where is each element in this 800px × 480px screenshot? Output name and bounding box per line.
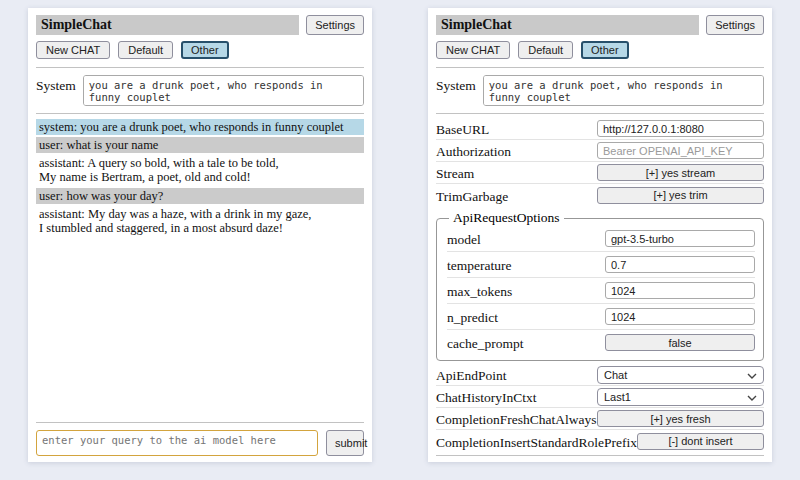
query-input[interactable]: [36, 430, 318, 456]
settings-panel: SimpleChat Settings New CHAT Default Oth…: [428, 8, 772, 462]
setting-row-max-tokens: max_tokens: [447, 278, 755, 304]
chat-message-list: system: you are a drunk poet, who respon…: [36, 119, 364, 419]
system-prompt-input[interactable]: you are a drunk poet, who responds in fu…: [483, 75, 764, 106]
session-tab-default[interactable]: Default: [118, 41, 173, 59]
chat-session-toolbar: New CHAT Default Other: [36, 41, 364, 59]
chat-panel: SimpleChat Settings New CHAT Default Oth…: [28, 8, 372, 462]
setting-row-chat-history: ChatHistoryInCtxt Last1: [436, 386, 764, 408]
system-prompt-row: System you are a drunk poet, who respond…: [36, 75, 364, 106]
settings-button[interactable]: Settings: [306, 15, 364, 35]
completion-fresh-toggle-button[interactable]: [+] yes fresh: [597, 410, 764, 427]
setting-row-authorization: Authorization: [436, 140, 764, 162]
chat-message-assistant: assistant: My day was a haze, with a dri…: [36, 206, 364, 236]
chat-session-toolbar: New CHAT Default Other: [436, 41, 764, 59]
cache-prompt-toggle-button[interactable]: false: [605, 334, 755, 351]
trimgarbage-label: TrimGarbage: [436, 186, 508, 205]
setting-row-model: model: [447, 226, 755, 252]
new-chat-button[interactable]: New CHAT: [436, 41, 510, 59]
api-endpoint-select[interactable]: Chat: [597, 366, 764, 384]
chevron-down-icon: [747, 369, 757, 381]
setting-row-temperature: temperature: [447, 252, 755, 278]
session-tab-other[interactable]: Other: [581, 41, 629, 59]
settings-button[interactable]: Settings: [706, 15, 764, 35]
new-chat-button[interactable]: New CHAT: [36, 41, 110, 59]
api-request-options-group: ApiRequestOptions model temperature max_…: [436, 210, 764, 361]
chat-message-assistant: assistant: A query so bold, with a tale …: [36, 155, 364, 185]
setting-row-completion-fresh: CompletionFreshChatAlways [+] yes fresh: [436, 408, 764, 430]
chat-history-select[interactable]: Last1: [597, 388, 764, 406]
baseurl-label: BaseURL: [436, 119, 489, 138]
api-endpoint-selected-value: Chat: [604, 369, 627, 381]
session-tab-default[interactable]: Default: [518, 41, 573, 59]
title-row: SimpleChat Settings: [36, 15, 364, 35]
system-prompt-row: System you are a drunk poet, who respond…: [436, 75, 764, 106]
n-predict-input[interactable]: [605, 308, 755, 325]
query-bar: submit: [36, 430, 364, 456]
model-label: model: [447, 229, 481, 248]
setting-row-trimgarbage: TrimGarbage [+] yes trim: [436, 184, 764, 206]
page-title: SimpleChat: [436, 15, 699, 35]
stream-toggle-button[interactable]: [+] yes stream: [597, 164, 764, 181]
title-row: SimpleChat Settings: [436, 15, 764, 35]
setting-row-baseurl: BaseURL: [436, 118, 764, 140]
n-predict-label: n_predict: [447, 307, 498, 326]
divider: [36, 113, 364, 114]
max-tokens-input[interactable]: [605, 282, 755, 299]
model-input[interactable]: [605, 230, 755, 247]
system-label: System: [36, 75, 76, 94]
authorization-input[interactable]: [597, 142, 764, 159]
divider: [436, 113, 764, 114]
temperature-label: temperature: [447, 255, 511, 274]
max-tokens-label: max_tokens: [447, 281, 512, 300]
chat-message-system: system: you are a drunk poet, who respon…: [36, 119, 364, 135]
chevron-down-icon: [747, 391, 757, 403]
chat-history-label: ChatHistoryInCtxt: [436, 387, 537, 406]
divider: [436, 67, 764, 68]
completion-insert-label: CompletionInsertStandardRolePrefix: [436, 432, 637, 451]
setting-row-cache-prompt: cache_prompt false: [447, 330, 755, 355]
temperature-input[interactable]: [605, 256, 755, 273]
setting-row-n-predict: n_predict: [447, 304, 755, 330]
baseurl-input[interactable]: [597, 120, 764, 137]
system-label: System: [436, 75, 476, 94]
chat-message-user: user: how was your day?: [36, 188, 364, 204]
setting-row-stream: Stream [+] yes stream: [436, 162, 764, 184]
setting-row-completion-insert: CompletionInsertStandardRolePrefix [-] d…: [436, 430, 764, 452]
completion-fresh-label: CompletionFreshChatAlways: [436, 409, 597, 428]
stream-label: Stream: [436, 163, 474, 182]
trimgarbage-toggle-button[interactable]: [+] yes trim: [597, 187, 764, 204]
completion-insert-toggle-button[interactable]: [-] dont insert: [637, 433, 764, 450]
chat-history-selected-value: Last1: [604, 391, 631, 403]
api-request-options-legend: ApiRequestOptions: [449, 210, 564, 226]
submit-button[interactable]: submit: [326, 430, 364, 456]
page-title: SimpleChat: [36, 15, 299, 35]
cache-prompt-label: cache_prompt: [447, 333, 523, 352]
authorization-label: Authorization: [436, 141, 511, 160]
divider: [436, 455, 764, 456]
api-endpoint-label: ApiEndPoint: [436, 365, 507, 384]
setting-row-api-endpoint: ApiEndPoint Chat: [436, 364, 764, 386]
divider: [36, 67, 364, 68]
system-prompt-input[interactable]: you are a drunk poet, who responds in fu…: [83, 75, 364, 106]
chat-message-user: user: what is your name: [36, 137, 364, 153]
session-tab-other[interactable]: Other: [181, 41, 229, 59]
divider: [36, 422, 364, 423]
